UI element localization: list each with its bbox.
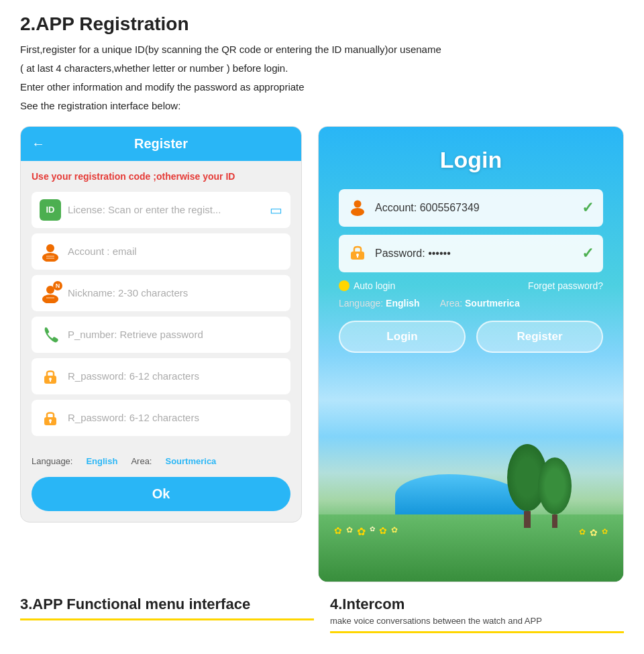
auto-login-toggle[interactable]: Auto login: [339, 280, 395, 291]
tree-2: [538, 457, 572, 528]
landscape-scene: ✿ ✿ ✿ ✿ ✿ ✿ ✿ ✿ ✿: [319, 400, 623, 582]
nickname-label: Nickname: 2-30 characters: [68, 287, 282, 298]
intro-line4: See the registration interface below:: [20, 98, 624, 114]
nickname-field[interactable]: N Nickname: 2-30 characters: [32, 275, 290, 311]
svg-point-0: [46, 244, 54, 252]
area-value: Sourtmerica: [165, 456, 216, 466]
area-label: Area:: [131, 456, 152, 466]
auto-login-label: Auto login: [354, 280, 395, 291]
register-title: Register: [134, 136, 188, 152]
login-lock-icon: [348, 243, 367, 264]
lock1-icon: [40, 366, 61, 387]
scan-icon: ▭: [270, 202, 282, 218]
intro-line1: First,register for a unique ID(by scanni…: [20, 42, 624, 58]
id-icon: ID: [40, 199, 61, 221]
register-screen: ← Register Use your registration code ;o…: [20, 126, 302, 523]
intro-line2: ( at last 4 characters,whether letter or…: [20, 60, 624, 76]
login-screen: ✿ ✿ ✿ ✿ ✿ ✿ ✿ ✿ ✿ Login: [318, 126, 624, 582]
bottom-labels: 3.APP Functional menu interface 4.Interc…: [20, 596, 624, 633]
svg-point-14: [351, 208, 364, 216]
login-button[interactable]: Login: [339, 321, 466, 353]
divider-4: [330, 631, 624, 633]
rpassword1-field[interactable]: R_password: 6-12 characters: [32, 358, 290, 394]
divider-3: [20, 618, 314, 620]
intro-line3: Enter other information and modify the p…: [20, 79, 624, 95]
register-body: Use your registration code ;otherwise yo…: [21, 161, 301, 451]
label-4-subtitle: make voice conversations between the wat…: [330, 616, 624, 626]
register-footer: Language: English Area: Sourtmerica: [21, 451, 301, 474]
svg-rect-17: [357, 255, 358, 258]
flowers: ✿ ✿ ✿ ✿ ✿ ✿: [334, 525, 398, 538]
account-label: Account : email: [68, 246, 282, 257]
login-account-label: Account: 6005567349: [375, 202, 574, 214]
rpassword2-field[interactable]: R_password: 6-12 characters: [32, 400, 290, 436]
phone-label: P_number: Retrieve password: [68, 329, 282, 340]
person-icon: [40, 241, 61, 262]
lang-value: English: [86, 456, 117, 466]
lang-label: Language:: [32, 456, 72, 466]
ok-button[interactable]: Ok: [32, 477, 290, 511]
license-field[interactable]: ID License: Scan or enter the regist... …: [32, 192, 290, 228]
login-account-field[interactable]: Account: 6005567349 ✓: [339, 189, 603, 227]
section-title: 2.APP Registration: [20, 13, 624, 35]
label-4-title: 4.Intercom: [330, 596, 624, 613]
account-check-icon: ✓: [582, 199, 594, 217]
svg-rect-9: [50, 379, 51, 382]
login-title: Login: [339, 147, 603, 173]
login-password-field[interactable]: Password: •••••• ✓: [339, 235, 603, 272]
login-person-icon: [348, 197, 367, 219]
person-n-icon: N: [40, 282, 61, 304]
login-lang-value: English: [386, 298, 420, 309]
account-field[interactable]: Account : email: [32, 233, 290, 270]
flowers-right: ✿ ✿ ✿: [579, 527, 608, 538]
login-area-label: Area:: [440, 298, 462, 309]
login-lang-row: Language: English Area: Sourtmerica: [339, 298, 603, 309]
password-check-icon: ✓: [582, 245, 594, 262]
bottom-label-4: 4.Intercom make voice conversations betw…: [330, 596, 624, 633]
login-lang-label: Language:: [339, 298, 383, 309]
login-password-label: Password: ••••••: [375, 248, 574, 260]
svg-point-5: [42, 294, 58, 303]
svg-rect-12: [50, 421, 51, 423]
login-content: Login Account: 6005567349 ✓: [319, 127, 623, 373]
phone-icon: [40, 324, 61, 345]
screenshots-row: ← Register Use your registration code ;o…: [20, 126, 624, 582]
login-area-value: Sourtmerica: [465, 298, 520, 309]
bottom-label-3: 3.APP Functional menu interface: [20, 596, 314, 633]
lock2-icon: [40, 407, 61, 429]
rpassword1-label: R_password: 6-12 characters: [68, 370, 282, 382]
register-header: ← Register: [21, 127, 301, 161]
auto-login-dot: [339, 280, 350, 291]
login-options: Auto login Forget password?: [339, 280, 603, 291]
phone-field[interactable]: P_number: Retrieve password: [32, 317, 290, 353]
register-warning: Use your registration code ;otherwise yo…: [32, 170, 290, 184]
rpassword2-label: R_password: 6-12 characters: [68, 412, 282, 423]
register-button[interactable]: Register: [476, 321, 603, 353]
svg-point-1: [42, 253, 58, 262]
login-buttons: Login Register: [339, 321, 603, 353]
page-container: 2.APP Registration First,register for a …: [0, 0, 644, 640]
license-label: License: Scan or enter the regist...: [68, 204, 263, 215]
label-3-title: 3.APP Functional menu interface: [20, 596, 314, 613]
svg-point-13: [354, 201, 362, 208]
forget-password-link[interactable]: Forget password?: [528, 280, 603, 291]
back-arrow-icon[interactable]: ←: [32, 136, 45, 152]
